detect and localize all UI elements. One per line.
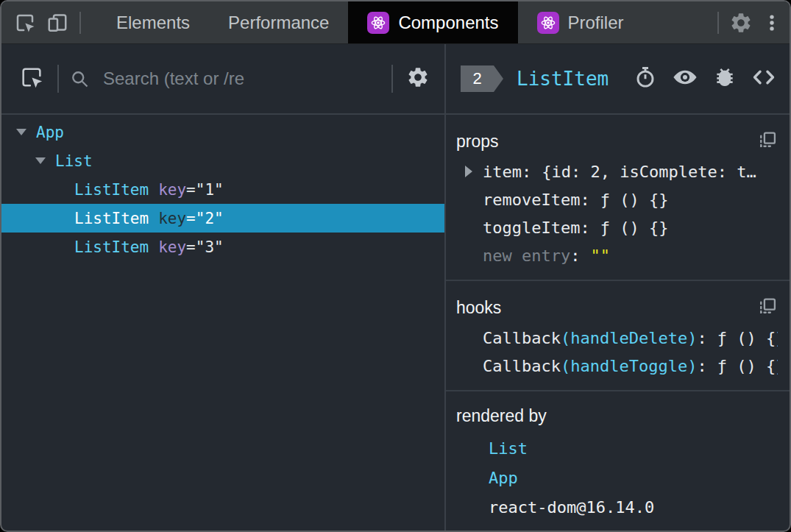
tree-row-list[interactable]: List (1, 146, 444, 175)
prop-name: item (483, 163, 522, 181)
tab-performance[interactable]: Performance (209, 1, 348, 43)
details-sections: props it (446, 115, 790, 531)
tab-label: Elements (116, 13, 190, 33)
copy-icon (757, 296, 778, 319)
suspend-component-button[interactable] (634, 65, 657, 92)
search-icon (69, 68, 90, 89)
kebab-menu-icon (762, 13, 782, 33)
hook-value: ƒ () {} (717, 357, 778, 375)
component-name: ListItem (74, 238, 149, 256)
device-toolbar-icon (46, 12, 68, 34)
toolbar-divider (391, 65, 393, 93)
react-atom-icon (367, 12, 389, 34)
prop-row-toggleitem: toggleItem: ƒ () {} (456, 213, 778, 241)
copy-props-button[interactable] (757, 130, 778, 153)
tree-row-listitem-3[interactable]: ListItem key="3" (1, 233, 444, 261)
component-name: ListItem (74, 210, 149, 227)
component-name: List (55, 152, 93, 170)
prop-value: ƒ () {} (600, 191, 669, 209)
tree-row-listitem-2-selected[interactable]: ListItem key="2" (1, 204, 444, 233)
hooks-section: hooks Callback(handleDe (446, 281, 790, 391)
tab-components[interactable]: Components (348, 1, 517, 43)
gear-icon (406, 65, 430, 92)
owner-link-list[interactable]: List (489, 439, 528, 458)
hook-row-handletoggle: Callback(handleToggle): ƒ () {} (456, 352, 778, 380)
hook-fn-link[interactable]: (handleToggle) (561, 357, 697, 375)
inspect-element-icon (19, 65, 44, 93)
eye-icon (672, 64, 698, 93)
hook-row-handledelete: Callback(handleDelete): ƒ () {} (456, 324, 778, 352)
key-attribute: key="1" (158, 181, 224, 199)
more-options-button[interactable] (757, 1, 787, 43)
search-box (69, 68, 387, 90)
component-details-pane: 2 ListItem (446, 44, 790, 531)
select-component-button[interactable] (19, 65, 44, 93)
stopwatch-icon (634, 65, 657, 92)
rendered-by-item: react-dom@16.14.0 (456, 492, 778, 522)
rendered-by-item: List (456, 433, 778, 463)
component-name: App (36, 124, 64, 141)
tab-profiler[interactable]: Profiler (518, 1, 643, 43)
section-title: hooks (456, 298, 501, 318)
tree-settings-button[interactable] (400, 65, 436, 92)
new-prop-value-input[interactable]: "" (590, 247, 610, 265)
prop-value: {id: 2, isComplete: t… (542, 163, 756, 181)
expand-arrow-icon[interactable] (35, 157, 55, 164)
prop-row-item[interactable]: item: {id: 2, isComplete: t… (456, 157, 778, 185)
code-brackets-icon (751, 65, 776, 93)
inspect-dom-button[interactable] (672, 64, 698, 93)
rendered-by-item: App (456, 463, 778, 492)
device-toolbar-button[interactable] (41, 1, 74, 43)
renderer-version: react-dom@16.14.0 (489, 498, 654, 517)
owner-link-app[interactable]: App (489, 469, 518, 487)
section-title: props (456, 132, 499, 152)
key-attribute: key="2" (158, 210, 224, 227)
section-title: rendered by (456, 406, 547, 426)
tab-label: Performance (228, 13, 329, 33)
hook-name: Callback (483, 357, 561, 375)
hook-name: Callback (483, 329, 561, 347)
update-count-badge: 2 (461, 65, 503, 92)
props-section: props it (446, 115, 790, 281)
tab-label: Profiler (568, 13, 624, 33)
component-tree: App List ListItem key="1" ListItem key="… (1, 115, 444, 531)
react-atom-icon (537, 12, 559, 34)
expand-arrow-icon[interactable] (16, 129, 36, 135)
component-tree-pane: App List ListItem key="1" ListItem key="… (1, 44, 446, 531)
search-input[interactable] (102, 68, 387, 90)
toolbar-divider (57, 65, 59, 93)
devtools-topbar: Elements Performance Components (1, 1, 790, 44)
topbar-divider (717, 12, 719, 34)
inspect-element-icon (14, 12, 36, 34)
copy-icon (757, 130, 778, 153)
tab-label: Components (398, 13, 498, 33)
component-name: ListItem (74, 181, 149, 199)
hook-fn-link[interactable]: (handleDelete) (561, 329, 697, 347)
inspect-element-button[interactable] (9, 1, 41, 43)
prop-row-removeitem: removeItem: ƒ () {} (456, 185, 778, 213)
tree-row-app[interactable]: App (1, 118, 444, 146)
copy-hooks-button[interactable] (757, 296, 778, 319)
prop-value: ƒ () {} (600, 219, 669, 237)
prop-name: toggleItem (483, 219, 580, 237)
devtools-window-stage: Elements Performance Components (0, 0, 791, 532)
components-panel: App List ListItem key="1" ListItem key="… (1, 44, 790, 531)
gear-icon (729, 11, 753, 35)
tree-toolbar (1, 44, 444, 115)
details-header: 2 ListItem (446, 44, 790, 115)
expand-triangle-icon[interactable] (465, 166, 472, 177)
new-prop-name-input[interactable]: new entry (483, 247, 570, 265)
view-source-button[interactable] (751, 65, 776, 93)
hook-value: ƒ () {} (717, 329, 778, 347)
prop-row-new-entry[interactable]: new entry: "" (456, 241, 778, 269)
tree-row-listitem-1[interactable]: ListItem key="1" (1, 175, 444, 204)
log-component-data-button[interactable] (713, 65, 737, 92)
tab-elements[interactable]: Elements (97, 1, 209, 43)
devtools-settings-button[interactable] (725, 1, 757, 43)
prop-name: removeItem (483, 191, 580, 209)
bug-icon (713, 65, 737, 92)
devtools-window: Elements Performance Components (0, 0, 791, 532)
key-attribute: key="3" (158, 238, 224, 256)
topbar-divider (79, 12, 81, 34)
selected-component-name: ListItem (517, 68, 634, 90)
